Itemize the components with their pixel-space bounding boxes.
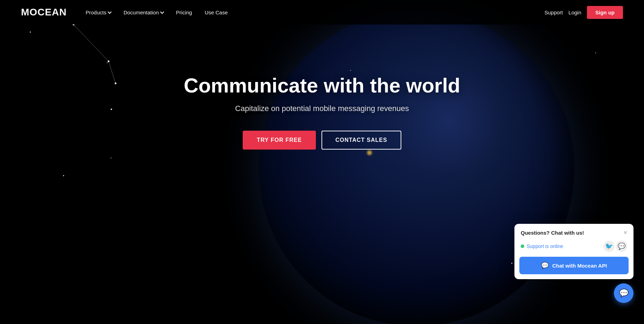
chat-avatars: 🐦 💬 — [603, 241, 627, 252]
hero-section: Communicate with the world Capitalize on… — [0, 25, 644, 150]
chat-widget: Questions? Chat with us! × Support is on… — [514, 224, 633, 303]
chat-status-row: Support is online 🐦 💬 — [514, 239, 633, 257]
chat-bubble-icon: 💬 — [541, 262, 549, 269]
star-4 — [111, 158, 111, 158]
chat-popup-header: Questions? Chat with us! × — [514, 224, 633, 239]
brand-logo[interactable]: MOCEAN — [21, 7, 67, 18]
chat-avatar-1: 🐦 — [603, 241, 615, 252]
nav-login-link[interactable]: Login — [568, 9, 581, 15]
chat-popup: Questions? Chat with us! × Support is on… — [514, 224, 633, 279]
chevron-down-icon — [160, 10, 164, 14]
nav-signup-button[interactable]: Sign up — [587, 6, 623, 19]
nav-support-link[interactable]: Support — [545, 9, 563, 15]
nav-use-case[interactable]: Use Case — [200, 7, 233, 18]
hero-subtitle: Capitalize on potential mobile messaging… — [235, 104, 409, 113]
hero-buttons: TRY FOR FREE CONTACT SALES — [243, 131, 401, 150]
star-7 — [511, 263, 512, 264]
star-5 — [63, 175, 64, 176]
chat-fab-button[interactable]: 💬 — [614, 283, 633, 303]
online-status-indicator — [521, 244, 524, 248]
support-status-text: Support is online — [527, 243, 563, 249]
nav-products[interactable]: Products — [81, 7, 116, 18]
contact-sales-button[interactable]: CONTACT SALES — [321, 131, 401, 150]
chevron-down-icon — [108, 10, 111, 14]
chat-close-button[interactable]: × — [623, 229, 627, 236]
nav-documentation[interactable]: Documentation — [119, 7, 168, 18]
nav-links: Products Documentation Pricing Use Case — [81, 7, 544, 18]
chat-popup-title: Questions? Chat with us! — [521, 230, 584, 236]
nav-pricing[interactable]: Pricing — [171, 7, 197, 18]
nav-right: Support Login Sign up — [545, 6, 623, 19]
hero-title: Communicate with the world — [184, 74, 461, 97]
chat-with-mocean-button[interactable]: 💬 Chat with Mocean API — [519, 257, 629, 274]
navbar: MOCEAN Products Documentation Pricing Us… — [0, 0, 644, 25]
chat-avatar-2: 💬 — [616, 241, 627, 252]
chat-status-left: Support is online — [521, 243, 563, 249]
try-free-button[interactable]: TRY FOR FREE — [243, 131, 316, 150]
chat-fab-icon: 💬 — [619, 289, 629, 298]
